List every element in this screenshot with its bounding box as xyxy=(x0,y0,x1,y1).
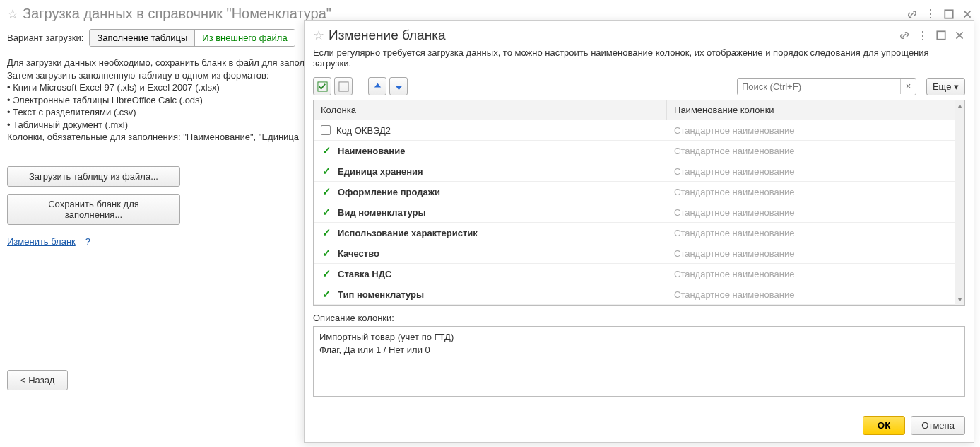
th-column[interactable]: Колонка xyxy=(314,100,667,120)
dialog-link-icon[interactable] xyxy=(899,30,910,41)
cell-column: ✓Единица хранения xyxy=(314,162,667,180)
table-row[interactable]: ✓КачествоСтандартное наименование xyxy=(314,243,964,264)
dialog-subtitle: Если регулярно требуется загрузка данных… xyxy=(305,46,974,74)
cell-column: ✓Вид номенклатуры xyxy=(314,203,667,221)
table-row[interactable]: ✓Использование характеристикСтандартное … xyxy=(314,223,964,243)
table-row[interactable]: Код ОКВЭД2Стандартное наименование xyxy=(314,120,964,141)
maximize-icon[interactable] xyxy=(943,8,955,20)
table-row[interactable]: ✓Оформление продажиСтандартное наименова… xyxy=(314,182,964,202)
search-input[interactable] xyxy=(738,79,900,95)
scroll-up-icon[interactable]: ▴ xyxy=(955,100,964,110)
favorite-star-icon[interactable]: ☆ xyxy=(7,6,18,22)
chevron-down-icon: ▾ xyxy=(954,81,959,92)
cell-std-name: Стандартное наименование xyxy=(667,122,964,139)
cancel-button[interactable]: Отмена xyxy=(911,416,965,435)
checkmark-icon[interactable]: ✓ xyxy=(321,247,332,260)
checkmark-icon[interactable]: ✓ xyxy=(321,165,332,178)
column-label: Вид номенклатуры xyxy=(338,207,426,218)
cell-std-name: Стандартное наименование xyxy=(667,184,964,200)
checkmark-icon[interactable]: ✓ xyxy=(321,206,332,219)
dialog-favorite-star-icon[interactable]: ☆ xyxy=(313,28,324,43)
column-label: Использование характеристик xyxy=(338,228,478,238)
cell-std-name: Стандартное наименование xyxy=(667,163,964,180)
column-label: Ставка НДС xyxy=(338,269,391,279)
save-blank-button[interactable]: Сохранить бланк для заполнения... xyxy=(7,194,180,225)
dialog-title: Изменение бланка xyxy=(329,28,899,43)
ok-button[interactable]: ОК xyxy=(863,416,906,435)
load-table-button[interactable]: Загрузить таблицу из файла... xyxy=(7,166,180,187)
variant-tab-group: Заполнение таблицы Из внешнего файла xyxy=(89,29,295,47)
checkbox[interactable] xyxy=(321,125,331,135)
cell-column: ✓Качество xyxy=(314,244,667,262)
check-all-button[interactable] xyxy=(313,77,331,95)
cell-std-name: Стандартное наименование xyxy=(667,266,964,282)
move-up-button[interactable] xyxy=(368,77,386,95)
scroll-down-icon[interactable]: ▾ xyxy=(955,295,964,305)
cell-std-name: Стандартное наименование xyxy=(667,286,964,303)
kebab-menu-icon[interactable]: ⋮ xyxy=(925,8,936,20)
more-button[interactable]: Еще ▾ xyxy=(926,78,965,95)
tab-from-file[interactable]: Из внешнего файла xyxy=(195,30,294,46)
dialog-toolbar: × Еще ▾ xyxy=(305,74,974,100)
cell-column: Код ОКВЭД2 xyxy=(314,122,667,139)
search-clear-button[interactable]: × xyxy=(900,79,916,94)
table-row[interactable]: ✓Вид номенклатурыСтандартное наименовани… xyxy=(314,202,964,223)
table-header: Колонка Наименование колонки xyxy=(314,100,964,120)
cell-column: ✓Оформление продажи xyxy=(314,182,667,201)
checkmark-icon[interactable]: ✓ xyxy=(321,267,332,280)
cell-column: ✓Ставка НДС xyxy=(314,265,667,283)
cell-column: ✓Тип номенклатуры xyxy=(314,285,667,303)
cell-std-name: Стандартное наименование xyxy=(667,245,964,262)
back-button[interactable]: < Назад xyxy=(7,370,68,390)
main-titlebar-controls: ⋮ xyxy=(907,8,973,20)
variant-label: Вариант загрузки: xyxy=(7,33,83,43)
description-box[interactable]: Импортный товар (учет по ГТД) Флаг, Да и… xyxy=(313,326,965,397)
checkmark-icon[interactable]: ✓ xyxy=(321,288,332,301)
checkmark-icon[interactable]: ✓ xyxy=(321,144,332,157)
uncheck-all-button[interactable] xyxy=(334,77,353,95)
column-label: Тип номенклатуры xyxy=(338,289,424,300)
checkmark-icon[interactable]: ✓ xyxy=(321,226,332,239)
svg-rect-1 xyxy=(937,31,945,39)
table-row[interactable]: ✓Тип номенклатурыСтандартное наименовани… xyxy=(314,284,964,305)
th-name[interactable]: Наименование колонки xyxy=(667,100,964,120)
table-body: Код ОКВЭД2Стандартное наименование✓Наиме… xyxy=(314,120,964,305)
edit-blank-dialog: ☆ Изменение бланка ⋮ Если регулярно треб… xyxy=(304,20,974,443)
column-label: Наименование xyxy=(338,146,405,156)
vertical-scrollbar[interactable]: ▴ ▾ xyxy=(955,100,964,305)
column-label: Единица хранения xyxy=(338,166,423,177)
dialog-header: ☆ Изменение бланка ⋮ xyxy=(305,21,974,46)
close-icon[interactable] xyxy=(962,8,973,20)
table-row[interactable]: ✓Ставка НДССтандартное наименование xyxy=(314,264,964,284)
dialog-kebab-menu-icon[interactable]: ⋮ xyxy=(917,30,928,41)
move-down-button[interactable] xyxy=(389,77,408,95)
description-label: Описание колонки: xyxy=(305,306,974,326)
dialog-titlebar-controls: ⋮ xyxy=(899,30,965,41)
cell-column: ✓Наименование xyxy=(314,141,667,160)
edit-blank-link[interactable]: Изменить бланк xyxy=(0,236,83,247)
cell-std-name: Стандартное наименование xyxy=(667,143,964,159)
table-row[interactable]: ✓Единица храненияСтандартное наименовани… xyxy=(314,161,964,182)
table-row[interactable]: ✓НаименованиеСтандартное наименование xyxy=(314,141,964,161)
checkmark-icon[interactable]: ✓ xyxy=(321,185,332,198)
column-label: Оформление продажи xyxy=(338,187,440,197)
dialog-footer: ОК Отмена xyxy=(305,412,974,442)
dialog-close-icon[interactable] xyxy=(954,30,965,41)
cell-std-name: Стандартное наименование xyxy=(667,204,964,221)
column-label: Качество xyxy=(338,248,379,259)
cell-column: ✓Использование характеристик xyxy=(314,224,667,242)
tab-fill-table[interactable]: Заполнение таблицы xyxy=(90,30,194,46)
link-icon[interactable] xyxy=(907,8,918,20)
column-label: Код ОКВЭД2 xyxy=(336,125,391,136)
svg-rect-3 xyxy=(338,81,348,91)
svg-rect-0 xyxy=(945,10,952,18)
search-box: × xyxy=(737,78,916,95)
dialog-maximize-icon[interactable] xyxy=(935,30,947,41)
help-icon[interactable]: ? xyxy=(85,236,90,247)
columns-table: Колонка Наименование колонки Код ОКВЭД2С… xyxy=(313,100,965,306)
cell-std-name: Стандартное наименование xyxy=(667,225,964,241)
